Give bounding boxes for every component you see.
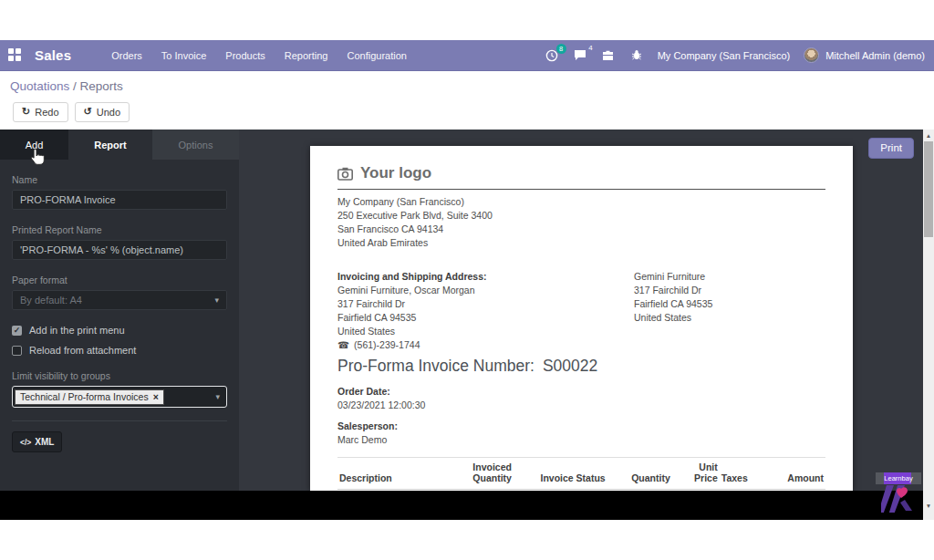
watermark: Learnbay (876, 472, 923, 516)
remove-tag-icon[interactable]: × (153, 391, 159, 402)
apps-menu-icon[interactable] (8, 48, 22, 62)
activity-count-badge: 8 (556, 44, 566, 54)
add-in-print-menu-checkbox[interactable]: ✓ Add in the print menu (12, 325, 227, 336)
company-line: United Arab Emirates (337, 236, 825, 250)
paper-format-select[interactable]: By default: A4 ▾ (12, 290, 227, 310)
activity-clock-icon[interactable]: 8 (545, 48, 559, 63)
scroll-up-icon[interactable]: ▲ (923, 130, 934, 140)
code-icon: </> (20, 438, 31, 447)
group-tag-label: Technical / Pro-forma Invoices (20, 391, 149, 402)
company-switcher[interactable]: My Company (San Francisco) (658, 50, 791, 61)
scrollbar-thumb[interactable] (924, 141, 933, 237)
letterbox-band (0, 491, 923, 520)
vertical-scrollbar[interactable]: ▲ ▼ (923, 130, 934, 520)
shipping-line: United States (634, 311, 712, 325)
shipping-line: 317 Fairchild Dr (634, 284, 712, 297)
menu-orders[interactable]: Orders (111, 50, 142, 61)
navbar-systray: 8 4 My Company (San Francisco) Mitchell … (545, 47, 925, 63)
col-invoice-status: Invoice Status (538, 458, 617, 490)
col-amount: Amount (757, 458, 825, 490)
xml-button[interactable]: </> XML (12, 431, 62, 452)
user-menu[interactable]: Mitchell Admin (demo) (804, 47, 925, 63)
order-date-value: 03/23/2021 12:00:30 (337, 399, 825, 410)
proforma-title: Pro-Forma Invoice Number:S00022 (337, 357, 825, 376)
limit-visibility-label: Limit visibility to groups (12, 370, 227, 381)
phone-line: ☎ (561)-239-1744 (337, 338, 634, 352)
redo-button[interactable]: ↻ Redo (13, 102, 68, 122)
top-navbar: Sales Orders To Invoice Products Reporti… (0, 40, 934, 71)
group-tag: Technical / Pro-forma Invoices × (15, 389, 164, 405)
proforma-title-label: Pro-Forma Invoice Number: (337, 357, 534, 375)
bug-icon[interactable] (629, 48, 644, 63)
menu-to-invoice[interactable]: To Invoice (161, 50, 207, 61)
user-avatar (804, 47, 819, 63)
phone-number: (561)-239-1744 (354, 338, 420, 352)
col-taxes: Taxes (720, 458, 758, 490)
watermark-label: Learnbay (876, 472, 921, 484)
undo-button[interactable]: ↺ Undo (75, 102, 130, 122)
invoicing-line: 317 Fairchild Dr (337, 297, 634, 311)
address-columns: Invoicing and Shipping Address: Gemini F… (337, 270, 825, 352)
watermark-logo-icon (881, 485, 916, 513)
app-brand[interactable]: Sales (35, 47, 71, 63)
undo-label: Undo (97, 107, 120, 118)
paper-format-label: Paper format (12, 275, 227, 285)
briefcase-icon[interactable] (601, 48, 616, 63)
groups-multiselect[interactable]: Technical / Pro-forma Invoices × ▾ (12, 386, 227, 408)
logo-row: Your logo (337, 164, 825, 182)
menu-products[interactable]: Products (225, 50, 265, 61)
menu-reporting[interactable]: Reporting (285, 50, 328, 61)
logo-placeholder-text: Your logo (360, 164, 431, 182)
printed-report-name-label: Printed Report Name (12, 224, 227, 235)
user-name: Mitchell Admin (demo) (825, 50, 925, 61)
undo-icon: ↺ (84, 106, 92, 118)
mouse-cursor-icon (30, 148, 46, 166)
checkbox-checked-icon: ✓ (12, 326, 22, 336)
invoicing-address-heading: Invoicing and Shipping Address: (337, 270, 634, 284)
reload-from-attachment-checkbox[interactable]: Reload from attachment (12, 345, 227, 356)
tab-options[interactable]: Options (152, 130, 239, 160)
report-form: Name PRO-FORMA Invoice Printed Report Na… (0, 174, 239, 452)
invoicing-line: United States (337, 325, 634, 338)
breadcrumb-quotations[interactable]: Quotations (10, 79, 69, 93)
menu-configuration[interactable]: Configuration (347, 50, 406, 61)
message-count-badge: 4 (588, 44, 592, 52)
col-invoiced-quantity: Invoiced Quantity (471, 458, 538, 490)
col-description: Description (337, 458, 471, 490)
report-side-panel: Add Report Options Name PRO-FORMA Invoic… (0, 130, 239, 491)
camera-icon (337, 167, 353, 181)
xml-button-label: XML (35, 437, 54, 447)
redo-label: Redo (35, 107, 58, 118)
company-line: My Company (San Francisco) (337, 195, 825, 209)
order-date-label: Order Date: (337, 386, 825, 397)
print-button[interactable]: Print (868, 138, 914, 159)
report-editor: Add Report Options Name PRO-FORMA Invoic… (0, 130, 934, 491)
redo-icon: ↻ (22, 106, 30, 118)
chevron-down-icon: ▾ (214, 296, 219, 305)
tab-report[interactable]: Report (68, 130, 152, 160)
invoicing-line: Fairfield CA 94535 (337, 311, 634, 325)
phone-icon: ☎ (337, 338, 349, 352)
paper-format-value: By default: A4 (20, 295, 82, 306)
order-date-block: Order Date: 03/23/2021 12:00:30 (337, 386, 825, 410)
salesperson-label: Salesperson: (337, 420, 825, 431)
breadcrumb: Quotations / Reports (10, 79, 123, 93)
main-menu: Orders To Invoice Products Reporting Con… (111, 50, 407, 61)
reload-from-attachment-label: Reload from attachment (29, 345, 136, 356)
col-quantity: Quantity (617, 458, 672, 490)
salesperson-block: Salesperson: Marc Demo (337, 420, 825, 445)
edit-toolbar: ↻ Redo ↺ Undo (13, 102, 130, 122)
shipping-line: Gemini Furniture (634, 270, 712, 284)
scroll-down-icon[interactable]: ▼ (923, 500, 934, 511)
report-page-preview[interactable]: Your logo My Company (San Francisco) 250… (310, 146, 853, 491)
salesperson-value: Marc Demo (337, 434, 825, 445)
chevron-down-icon: ▾ (215, 392, 220, 401)
order-lines-table: Description Invoiced Quantity Invoice St… (337, 457, 825, 491)
messages-icon[interactable]: 4 (573, 48, 587, 63)
invoicing-address-block: Invoicing and Shipping Address: Gemini F… (337, 270, 634, 352)
invoicing-line: Gemini Furniture, Oscar Morgan (337, 284, 634, 297)
printed-report-name-input[interactable]: 'PRO-FORMA - %s' % (object.name) (12, 240, 227, 260)
shipping-line: Fairfield CA 94535 (634, 297, 712, 311)
name-input[interactable]: PRO-FORMA Invoice (12, 190, 227, 210)
col-unit-price: Unit Price (672, 458, 720, 490)
